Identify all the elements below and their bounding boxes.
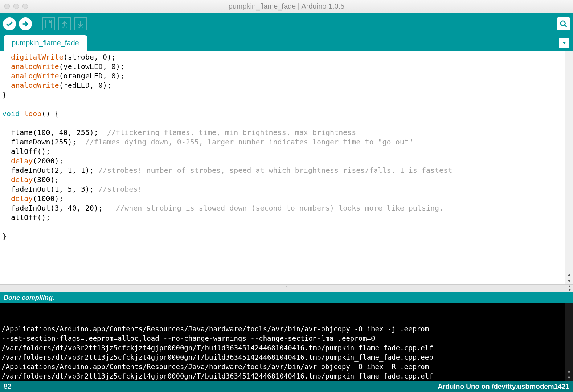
new-file-icon [45, 19, 53, 29]
board-port-info: Arduino Uno on /dev/tty.usbmodem1421 [438, 383, 569, 391]
scroll-down-icon[interactable]: ▼ [565, 375, 573, 381]
scroll-down-icon[interactable]: ▼ [568, 288, 572, 292]
chevron-down-icon [562, 40, 567, 45]
close-window-button[interactable] [4, 4, 10, 9]
sketch-tab[interactable]: pumpkin_flame_fade [4, 35, 87, 51]
footer-bar: 82 Arduino Uno on /dev/tty.usbmodem1421 [0, 381, 573, 392]
svg-marker-8 [562, 42, 566, 44]
svg-point-6 [561, 21, 565, 26]
toolbar [0, 13, 573, 35]
editor-area: digitalWrite(strobe, 0); analogWrite(yel… [0, 51, 573, 284]
code-editor[interactable]: digitalWrite(strobe, 0); analogWrite(yel… [0, 51, 565, 284]
title-bar: pumpkin_flame_fade | Arduino 1.0.5 [0, 0, 573, 13]
window-controls [4, 4, 28, 9]
tab-bar: pumpkin_flame_fade [0, 35, 573, 51]
verify-button[interactable] [3, 17, 16, 30]
line-number: 82 [4, 383, 11, 391]
sketch-tab-label: pumpkin_flame_fade [12, 39, 79, 47]
status-bar: Done compiling. [0, 292, 573, 303]
console-scrollbar[interactable]: ▲ ▼ [565, 303, 573, 381]
svg-line-7 [565, 25, 567, 27]
grip-icon: ⌃ [285, 286, 288, 291]
new-button[interactable] [42, 17, 55, 30]
minimize-window-button[interactable] [13, 4, 19, 9]
status-message: Done compiling. [4, 294, 54, 302]
pane-divider[interactable]: ⌃ ▲ ▼ [0, 284, 573, 292]
scroll-up-icon[interactable]: ▲ [565, 271, 573, 278]
open-button[interactable] [58, 17, 71, 30]
arrow-down-icon [77, 20, 85, 28]
upload-button[interactable] [19, 17, 32, 30]
console-output[interactable]: /Applications/Arduino.app/Contents/Resou… [0, 303, 573, 381]
save-button[interactable] [74, 17, 87, 30]
magnifier-icon [560, 20, 568, 28]
arrow-right-icon [21, 20, 29, 28]
maximize-window-button[interactable] [22, 4, 28, 9]
scroll-down-icon[interactable]: ▼ [565, 278, 573, 284]
svg-rect-1 [46, 20, 52, 28]
editor-scrollbar[interactable]: ▲ ▼ [565, 51, 573, 284]
tab-menu-button[interactable] [559, 38, 569, 48]
serial-monitor-button[interactable] [557, 17, 570, 30]
window-title: pumpkin_flame_fade | Arduino 1.0.5 [229, 2, 345, 11]
check-icon [5, 20, 13, 28]
arrow-up-icon [61, 20, 69, 28]
